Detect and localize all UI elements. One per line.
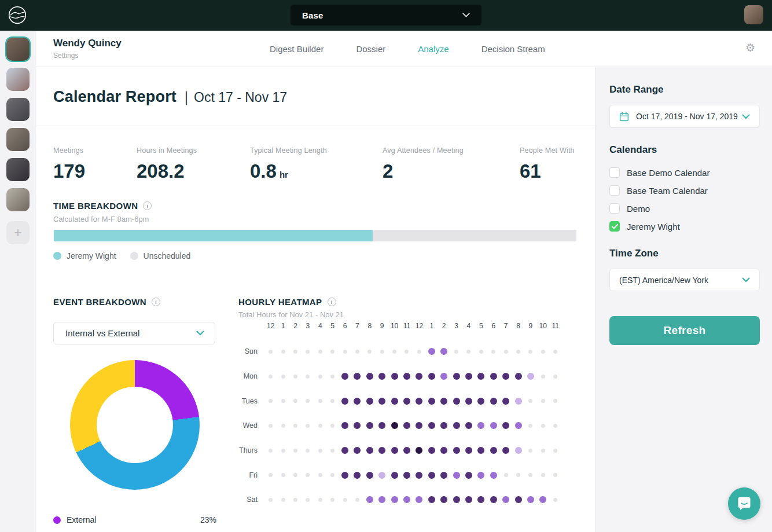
current-user-avatar[interactable] xyxy=(744,5,763,24)
gear-icon[interactable]: ⚙ xyxy=(745,42,755,53)
tab-dossier[interactable]: Dossier xyxy=(356,44,385,54)
stats-row: Meetings179Hours in Meetings208.2Typical… xyxy=(53,146,575,182)
heatmap-cell xyxy=(376,350,388,354)
hour-label: 10 xyxy=(388,322,400,330)
info-icon[interactable]: i xyxy=(152,298,160,306)
profile-avatar[interactable] xyxy=(6,68,30,91)
heatmap-cell xyxy=(512,447,524,454)
day-label: Mon xyxy=(232,372,264,380)
heatmap-cell xyxy=(351,422,363,429)
heatmap-dot xyxy=(354,398,361,405)
heatmap-cell xyxy=(425,447,438,454)
heatmap-dot xyxy=(528,424,532,428)
heatmap-dot xyxy=(515,398,522,405)
heatmap-dot xyxy=(269,473,273,477)
hour-label: 7 xyxy=(351,322,363,330)
heatmap-cell xyxy=(549,473,561,477)
time-breakdown-legend: Jeremy WightUnscheduled xyxy=(53,251,190,261)
heatmap-cell xyxy=(314,350,326,354)
legend-dot xyxy=(53,252,61,260)
heatmap-dot xyxy=(553,424,557,428)
profile-avatar[interactable] xyxy=(6,38,30,61)
heatmap-cell xyxy=(499,473,512,477)
checkbox-unchecked[interactable] xyxy=(609,203,620,214)
hour-label: 9 xyxy=(524,322,536,330)
profile-avatar[interactable] xyxy=(6,158,30,181)
settings-link[interactable]: Settings xyxy=(53,52,122,60)
app-logo-icon[interactable] xyxy=(8,6,27,24)
chat-launcher[interactable] xyxy=(728,487,760,520)
heatmap-cell xyxy=(388,350,400,354)
calendar-row-base-demo-calendar[interactable]: Base Demo Calendar xyxy=(609,167,709,178)
heatmap-dot xyxy=(403,398,410,405)
profile-avatar[interactable] xyxy=(6,188,30,211)
tab-digest-builder[interactable]: Digest Builder xyxy=(270,44,323,54)
date-range-dropdown[interactable]: Oct 17, 2019 - Nov 17, 2019 xyxy=(609,105,760,128)
heatmap-cell xyxy=(499,422,512,429)
calendar-row-jeremy-wight[interactable]: Jeremy Wight xyxy=(609,221,709,232)
date-range-heading: Date Range xyxy=(609,84,664,96)
tab-analyze[interactable]: Analyze xyxy=(418,44,449,54)
heatmap-cell xyxy=(363,472,376,479)
heatmap-cell xyxy=(376,398,388,405)
heatmap-dot xyxy=(528,449,532,453)
checkbox-unchecked[interactable] xyxy=(609,185,620,196)
calendar-row-demo[interactable]: Demo xyxy=(609,203,709,214)
check-icon xyxy=(612,224,618,229)
heatmap-dot xyxy=(516,473,520,477)
profile-avatar[interactable] xyxy=(6,128,30,151)
heatmap-dot xyxy=(465,422,472,429)
heatmap-dot xyxy=(330,399,334,403)
hour-label: 9 xyxy=(376,322,388,330)
heatmap-cell xyxy=(438,422,450,429)
info-icon[interactable]: i xyxy=(143,201,152,210)
stat-value: 0.8hr xyxy=(250,160,383,182)
heatmap-cell xyxy=(475,398,487,405)
heatmap-dot xyxy=(428,496,435,503)
heatmap-cell xyxy=(339,472,351,479)
calendar-row-base-team-calendar[interactable]: Base Team Calendar xyxy=(609,185,709,196)
add-profile-button[interactable]: + xyxy=(6,221,30,244)
heatmap-dot xyxy=(428,373,435,380)
heatmap-cell xyxy=(400,472,413,479)
hour-label: 1 xyxy=(277,322,289,330)
workspace-switcher[interactable]: Base xyxy=(291,5,481,25)
calendar-label: Demo xyxy=(627,204,650,214)
heatmap-dot xyxy=(366,398,373,405)
heatmap-cell xyxy=(450,422,462,429)
hour-label: 11 xyxy=(549,322,561,330)
heatmap-dot xyxy=(330,424,334,428)
heatmap-cell xyxy=(363,373,376,380)
timezone-dropdown[interactable]: (EST) America/New York xyxy=(609,269,760,291)
event-breakdown-dropdown[interactable]: Internal vs External xyxy=(53,322,215,344)
heatmap-cell xyxy=(425,398,438,405)
heatmap-cell xyxy=(487,447,499,454)
heatmap-dot xyxy=(465,398,472,405)
heatmap-dot xyxy=(465,472,472,479)
info-icon[interactable]: i xyxy=(328,298,336,306)
heatmap-dot xyxy=(306,399,310,403)
heatmap-cell xyxy=(413,447,425,454)
divider xyxy=(36,126,595,126)
legend-label: Jeremy Wight xyxy=(67,251,116,261)
heatmap-cell xyxy=(289,449,302,453)
heatmap-cell xyxy=(339,447,351,454)
checkbox-checked[interactable] xyxy=(609,221,620,232)
heatmap-dot xyxy=(504,473,508,477)
profile-avatar[interactable] xyxy=(6,98,30,121)
heatmap-dot xyxy=(440,472,447,479)
stat-meetings: Meetings179 xyxy=(53,146,137,182)
heatmap-cell xyxy=(351,350,363,354)
checkbox-unchecked[interactable] xyxy=(609,167,620,178)
heatmap-cell xyxy=(450,496,462,503)
heatmap-cell xyxy=(351,398,363,405)
heatmap-cell xyxy=(499,373,512,380)
day-label: Sun xyxy=(232,347,264,355)
heatmap-dot xyxy=(541,449,545,453)
tab-decision-stream[interactable]: Decision Stream xyxy=(481,44,545,54)
page-title: Calendar Report xyxy=(53,88,177,106)
heatmap-dot xyxy=(281,424,285,428)
profile-name: Wendy Quincy xyxy=(53,38,122,49)
refresh-button[interactable]: Refresh xyxy=(609,316,760,345)
heatmap-dot xyxy=(502,373,509,380)
